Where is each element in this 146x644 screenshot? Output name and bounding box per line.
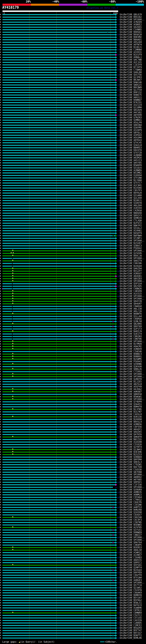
subject-left-extension-icon — [0, 323, 0, 324]
subject-left-extension-icon — [0, 120, 0, 120]
subject-arrow-icon — [116, 353, 117, 355]
subject-left-extension-icon — [0, 14, 0, 15]
alignment-bar — [2, 127, 116, 128]
subject-right-extension — [117, 220, 120, 221]
alignment-label: UniRef100_Q5P1G4 — [120, 282, 142, 285]
query-gap-icon — [12, 343, 13, 344]
alignment-bar — [2, 587, 116, 588]
subject-arrow-icon — [116, 446, 117, 448]
alignment-label: UniRef100_B1YMV8 — [120, 343, 142, 345]
subject-arrow-icon — [116, 346, 117, 348]
alignment-label: UniRef100_B1X1F9 — [120, 54, 142, 56]
subject-left-extension-icon — [0, 376, 0, 377]
alignment-label: UniRef100_B5N7T2 — [120, 634, 142, 637]
subject-arrow-icon — [116, 441, 117, 443]
subject-left-extension-icon — [0, 167, 0, 168]
subject-arrow-icon — [116, 433, 117, 436]
alignment-label: UniRef100_A2C9H1 — [120, 184, 142, 187]
alignment-bar — [2, 454, 116, 455]
subject-arrow-icon — [116, 617, 117, 619]
subject-left-extension-icon — [0, 42, 0, 43]
alignment-bar — [2, 369, 116, 370]
subject-arrow-icon — [116, 413, 117, 416]
subject-arrow-icon — [116, 386, 117, 388]
alignment-bar — [2, 366, 116, 367]
subject-right-extension — [117, 346, 120, 347]
subject-left-extension-icon — [0, 550, 0, 550]
subject-right-extension — [117, 547, 120, 548]
alignment-label: UniRef100_A8HR92 — [120, 476, 142, 478]
subject-arrow-icon — [116, 478, 117, 481]
subject-right-extension — [117, 467, 120, 468]
subject-arrow-icon — [116, 454, 117, 456]
alignment-bar — [2, 115, 116, 116]
alignment-label: UniRef100_A9MR35 — [120, 491, 142, 494]
alignment-label: UniRef100_B2GWM5 — [120, 358, 142, 360]
subject-left-extension-icon — [0, 255, 0, 256]
subject-right-extension — [117, 422, 120, 422]
alignment-label: UniRef100_C4X339 — [120, 619, 142, 622]
subject-right-extension — [117, 336, 120, 337]
subject-left-extension-icon — [0, 547, 0, 548]
subject-right-extension — [117, 427, 120, 427]
alignment-label: UniRef100_C8WZZ7 — [120, 534, 142, 536]
alignment-label: UniRef100_C5U5S6 — [120, 468, 142, 471]
subject-arrow-icon — [116, 38, 117, 41]
alignment-bar — [2, 122, 116, 123]
alignment-bar — [2, 64, 116, 65]
subject-right-extension — [117, 180, 120, 181]
subject-left-extension-icon — [0, 328, 0, 330]
subject-arrow-icon — [116, 461, 117, 463]
alignment-bar — [2, 409, 116, 410]
subject-arrow-icon — [116, 376, 117, 378]
alignment-label: UniRef100_A4BTS3 — [120, 506, 142, 508]
subject-arrow-icon — [116, 328, 117, 330]
subject-arrow-icon — [116, 318, 117, 320]
subject-arrow-icon — [116, 534, 117, 536]
alignment-bar — [2, 600, 116, 601]
subject-arrow-icon — [116, 509, 117, 511]
subject-left-extension-icon — [0, 303, 0, 304]
alignment-label: UniRef100_B2SZS3 — [120, 453, 142, 456]
subject-arrow-icon — [116, 444, 117, 446]
subject-arrow-icon — [116, 214, 117, 217]
alignment-label: UniRef100_Q4C7W8 — [120, 58, 142, 61]
subject-arrow-icon — [116, 136, 117, 139]
subject-arrow-icon — [116, 303, 117, 305]
scale-sample-bar — [100, 642, 104, 642]
alignment-label: UniRef100_B5WGW1 — [120, 396, 142, 398]
subject-left-extension-icon — [0, 165, 0, 166]
subject-left-extension-icon — [0, 22, 0, 22]
alignment-label: UniRef100_Q05Y85 — [120, 162, 142, 164]
subject-arrow-icon — [116, 370, 117, 373]
subject-arrow-icon — [116, 149, 117, 152]
subject-left-extension-icon — [0, 343, 0, 344]
alignment-bar — [2, 29, 116, 30]
alignment-bar — [2, 434, 116, 435]
alignment-label: UniRef100_Q57TJ4 — [120, 584, 142, 586]
alignment-bar — [2, 356, 116, 357]
subject-left-extension-icon — [0, 72, 0, 73]
subject-arrow-icon — [116, 69, 117, 71]
alignment-bar — [2, 449, 116, 450]
alignment-label: UniRef100_A6T085 — [120, 478, 142, 481]
identity-scale-segment — [87, 4, 116, 6]
alignment-bar — [2, 520, 116, 520]
subject-left-extension-icon — [0, 414, 0, 415]
alignment-bar — [2, 379, 116, 380]
alignment-label: UniRef100_B8IZS5 — [120, 438, 142, 441]
large-gaps-legend: Large gaps: ▲(in Query)/- (in Subject) — [2, 640, 54, 643]
subject-arrow-icon — [116, 335, 117, 338]
subject-left-extension-icon — [0, 384, 0, 385]
alignment-label: UniRef100_A5GLP0 — [120, 121, 142, 124]
subject-left-extension-icon — [0, 630, 0, 631]
alignment-label: UniRef100_B9MHY8 — [120, 594, 142, 596]
alignment-bar — [2, 595, 116, 596]
subject-gap-icon — [12, 316, 12, 317]
subject-left-extension-icon — [0, 446, 0, 448]
alignment-bar — [2, 92, 116, 93]
alignment-row[interactable]: UniRef100_B5ML96 — [0, 637, 146, 640]
subject-left-extension-icon — [0, 140, 0, 141]
subject-left-extension-icon — [0, 100, 0, 100]
query-gap-icon — [12, 260, 13, 261]
